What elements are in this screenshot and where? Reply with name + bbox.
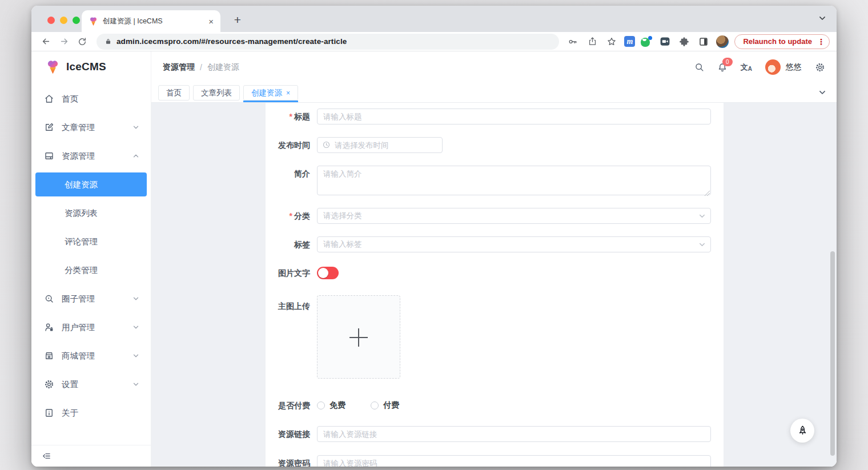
sidebar-item-label: 关于: [62, 408, 78, 419]
bookmark-star-icon[interactable]: [605, 35, 618, 49]
extensions-puzzle-icon[interactable]: [677, 35, 691, 49]
form-row-intro: 简介: [266, 166, 724, 198]
home-icon: [44, 94, 54, 104]
chevron-up-icon: [132, 152, 139, 159]
extension-camera-icon[interactable]: [658, 35, 672, 49]
app-header: 资源管理 / 创建资源 0 文A 悠悠: [151, 51, 837, 83]
resize-grip-icon[interactable]: [705, 191, 710, 196]
resource-password-input[interactable]: [317, 455, 711, 467]
page-tab-bar: 首页 文章列表 创建资源 ×: [151, 83, 837, 103]
app-logo-text: IceCMS: [66, 61, 106, 73]
sidebar-item-mall[interactable]: 商城管理: [31, 342, 151, 370]
browser-tab-close-icon[interactable]: ×: [208, 17, 214, 26]
url-text: admin.icecmspro.com/#/resources-manageme…: [116, 37, 347, 46]
sidebar: IceCMS 首页 文章管理: [31, 51, 151, 467]
browser-profile-avatar[interactable]: [716, 35, 729, 48]
sidebar-item-users[interactable]: 用户管理: [31, 313, 151, 342]
tags-select[interactable]: 请输入标签: [317, 236, 711, 252]
sidebar-item-label: 创建资源: [65, 179, 98, 190]
user-menu[interactable]: 悠悠: [765, 59, 802, 75]
sidebar-item-resource-list[interactable]: 资源列表: [31, 199, 151, 227]
share-icon[interactable]: [585, 35, 599, 49]
breadcrumb-parent[interactable]: 资源管理: [163, 62, 195, 73]
sidebar-item-label: 分类管理: [65, 265, 98, 276]
sidebar-item-label: 圈子管理: [62, 294, 95, 304]
tab-label: 文章列表: [201, 88, 232, 98]
tab-create-resource[interactable]: 创建资源 ×: [243, 85, 298, 101]
tab-home[interactable]: 首页: [158, 85, 190, 101]
sidebar-item-label: 资源管理: [62, 151, 95, 162]
sidebar-item-label: 文章管理: [62, 122, 95, 133]
sidebar-item-home[interactable]: 首页: [31, 85, 151, 113]
category-select[interactable]: 请选择分类: [317, 208, 711, 224]
sidebar-item-articles[interactable]: 文章管理: [31, 113, 151, 142]
icecms-logo-icon: [45, 59, 61, 75]
translate-icon[interactable]: 文A: [741, 62, 752, 73]
new-tab-button[interactable]: +: [229, 11, 246, 29]
close-window-button[interactable]: [47, 17, 55, 24]
sidebar-item-comments[interactable]: 评论管理: [31, 227, 151, 256]
minimize-window-button[interactable]: [60, 17, 67, 24]
sidebar-item-about[interactable]: 关于: [31, 399, 151, 427]
tab-close-icon[interactable]: ×: [286, 89, 290, 97]
extension-evernote-icon[interactable]: [641, 36, 652, 47]
radio-free[interactable]: 免费: [317, 400, 345, 411]
url-bar[interactable]: admin.icecmspro.com/#/resources-manageme…: [97, 34, 559, 50]
create-resource-form: *标题 发布时间: [266, 103, 724, 467]
search-icon[interactable]: [694, 62, 704, 72]
resource-password-label: 资源密码: [266, 455, 317, 467]
browser-menu-kebab-icon[interactable]: ⋮: [817, 37, 825, 46]
side-panel-icon[interactable]: [697, 35, 710, 49]
publish-time-input[interactable]: [317, 137, 443, 153]
collapse-sidebar-icon[interactable]: [42, 451, 51, 461]
icecms-app: IceCMS 首页 文章管理: [31, 51, 837, 467]
form-row-image-text: 图片文字: [266, 267, 724, 282]
sidebar-item-resources[interactable]: 资源管理: [31, 142, 151, 170]
reload-button[interactable]: [75, 34, 90, 49]
chevron-down-icon: [698, 241, 706, 248]
app-logo[interactable]: IceCMS: [31, 51, 151, 82]
browser-tab-title: 创建资源 | IceCMS: [103, 17, 204, 26]
back-to-top-button[interactable]: [790, 419, 814, 443]
edit-article-icon: [44, 122, 54, 132]
title-input[interactable]: [317, 109, 711, 124]
sidebar-item-categories[interactable]: 分类管理: [31, 256, 151, 284]
chevron-down-icon: [132, 124, 139, 131]
image-upload-box[interactable]: [317, 295, 400, 379]
radio-paid[interactable]: 付费: [371, 400, 399, 411]
discover-magnifier-icon: [44, 294, 54, 304]
image-text-toggle[interactable]: [317, 267, 339, 279]
resource-layout-icon: [44, 151, 54, 161]
tab-article-list[interactable]: 文章列表: [193, 85, 240, 101]
notification-bell-icon[interactable]: 0: [717, 62, 728, 73]
intro-textarea[interactable]: [317, 166, 711, 195]
form-row-resource-link: 资源链接: [266, 426, 724, 442]
form-row-tags: 标签 请输入标签: [266, 236, 724, 252]
back-button[interactable]: [38, 34, 53, 49]
sidebar-item-circles[interactable]: 圈子管理: [31, 284, 151, 313]
browser-tabstrip: 创建资源 | IceCMS × +: [31, 6, 837, 32]
sidebar-item-label: 设置: [62, 379, 78, 390]
user-lock-icon: [44, 322, 54, 332]
notification-badge: 0: [722, 58, 733, 66]
sidebar-item-label: 首页: [62, 94, 78, 105]
sidebar-item-settings[interactable]: 设置: [31, 370, 151, 399]
tab-options-chevron-icon[interactable]: [818, 89, 826, 97]
sidebar-item-create-resource[interactable]: 创建资源: [35, 172, 147, 196]
password-key-icon[interactable]: [566, 35, 580, 49]
intro-label: 简介: [266, 166, 317, 198]
sidebar-item-label: 用户管理: [62, 322, 95, 333]
chevron-down-icon: [132, 324, 139, 331]
extension-m-icon[interactable]: m: [624, 36, 635, 47]
forward-button[interactable]: [57, 34, 71, 49]
tab-label: 创建资源: [251, 88, 282, 98]
browser-tab[interactable]: 创建资源 | IceCMS ×: [82, 10, 220, 32]
relaunch-to-update-button[interactable]: Relaunch to update ⋮: [734, 34, 830, 49]
rocket-icon: [797, 425, 809, 437]
maximize-window-button[interactable]: [73, 17, 80, 24]
tags-label: 标签: [266, 236, 317, 252]
resource-link-input[interactable]: [317, 426, 711, 442]
settings-gear-icon[interactable]: [815, 62, 825, 73]
tab-search-chevron-icon[interactable]: [818, 14, 826, 22]
scrollbar-thumb[interactable]: [830, 251, 835, 456]
